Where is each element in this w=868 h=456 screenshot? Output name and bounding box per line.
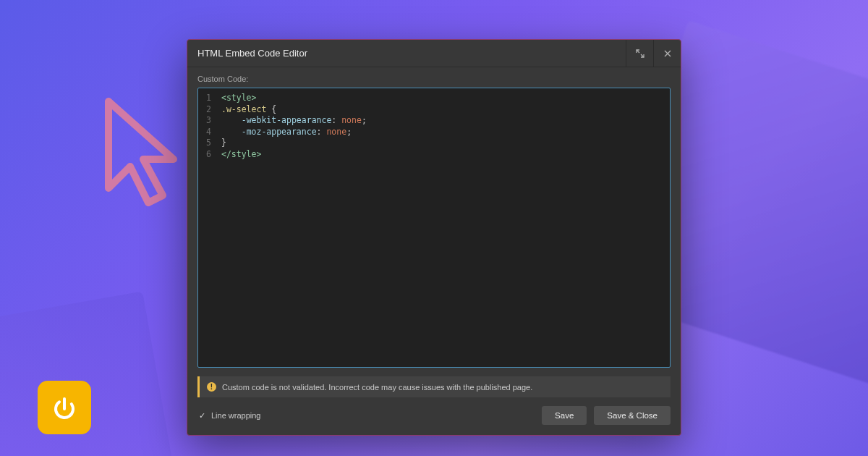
code-editor[interactable]: 123456 <style>.w-select { -webkit-appear…: [197, 88, 671, 368]
line-number-gutter: 123456: [198, 88, 216, 367]
code-line: }: [221, 138, 664, 149]
expand-button[interactable]: [626, 40, 653, 67]
line-number: 6: [198, 149, 211, 161]
cursor-icon: [87, 87, 203, 217]
save-button[interactable]: Save: [542, 406, 587, 425]
line-number: 4: [198, 127, 211, 138]
line-wrapping-checkbox[interactable]: ✓ Line wrapping: [197, 411, 261, 420]
close-button[interactable]: [653, 40, 681, 67]
warning-icon: !: [207, 382, 216, 392]
code-line: </style>: [221, 149, 664, 161]
checkmark-icon: ✓: [197, 411, 206, 420]
expand-icon: [636, 49, 644, 58]
code-line: .w-select {: [221, 104, 664, 116]
line-number: 1: [198, 93, 211, 104]
code-line: <style>: [221, 93, 664, 104]
brand-logo: [38, 381, 91, 434]
close-icon: [663, 49, 672, 58]
code-content[interactable]: <style>.w-select { -webkit-appearance: n…: [216, 88, 670, 367]
modal-footer: ✓ Line wrapping Save Save & Close: [187, 397, 681, 435]
code-line: -webkit-appearance: none;: [221, 115, 664, 127]
line-number: 2: [198, 104, 211, 116]
line-number: 5: [198, 138, 211, 149]
power-icon: [50, 393, 79, 422]
code-line: -moz-appearance: none;: [221, 127, 664, 138]
code-editor-modal: HTML Embed Code Editor Custom Code: 1234…: [187, 39, 681, 436]
background-cube-2: [0, 291, 187, 456]
warning-banner: ! Custom code is not validated. Incorrec…: [197, 376, 671, 397]
warning-text: Custom code is not validated. Incorrect …: [222, 383, 532, 392]
modal-title: HTML Embed Code Editor: [187, 48, 626, 59]
save-close-button[interactable]: Save & Close: [594, 406, 671, 425]
line-number: 3: [198, 115, 211, 127]
modal-header: HTML Embed Code Editor: [187, 40, 681, 67]
line-wrapping-label: Line wrapping: [211, 411, 261, 420]
section-label: Custom Code:: [187, 67, 681, 88]
